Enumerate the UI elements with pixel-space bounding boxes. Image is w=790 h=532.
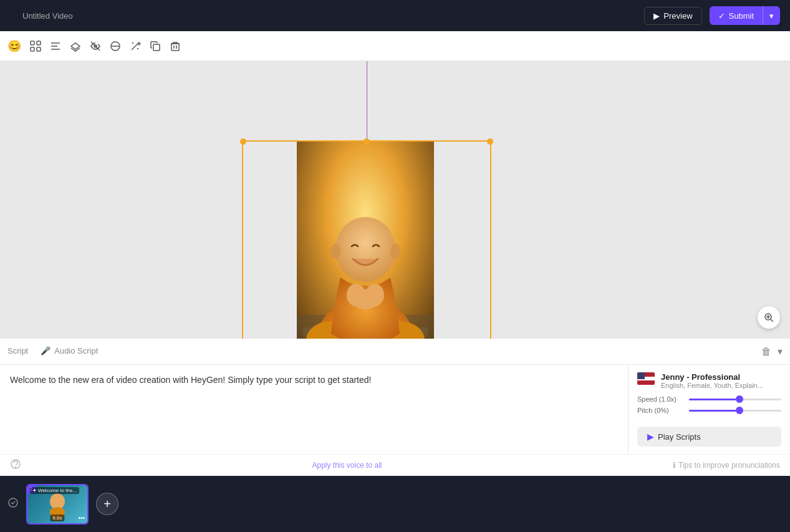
play-icon: ▶ [653,11,660,21]
checkmark-icon: ✓ [718,11,725,21]
pitch-slider[interactable] [689,410,781,412]
add-slide-button[interactable]: + [96,493,118,515]
play-scripts-icon: ▶ [647,432,654,442]
speed-slider-thumb[interactable] [736,395,743,403]
svg-point-38 [16,467,16,468]
mic-icon: 🎤 [41,346,51,355]
svg-rect-3 [37,47,41,51]
tips-text: ℹ Tips to improve pronunciations [673,461,780,470]
svg-rect-2 [31,47,34,51]
speed-control-row: Speed (1.0x) [637,395,781,403]
tab-actions: 🗑 ▾ [761,346,783,357]
toolbar: 😊 [0,31,790,61]
slide-label-text: Welcome to the... [38,488,77,493]
voice-controls: Speed (1.0x) Pitch (0%) [637,395,781,418]
svg-line-9 [132,44,138,50]
voice-description: English, Female, Youth, Explain... [661,382,763,389]
slide-thumb-label: ✦ Welcome to the... [30,487,79,494]
center-guide-line [367,61,367,140]
svg-rect-15 [171,44,179,51]
svg-line-34 [771,319,773,322]
zoom-button[interactable] [758,306,780,329]
svg-rect-14 [153,44,160,51]
welcome-icon: ✦ [32,488,37,493]
avatar-image: HeyGen [297,140,434,339]
pitch-label: Pitch (0%) [637,407,684,414]
align-icon[interactable] [50,41,61,52]
tab-audio-script[interactable]: 🎤 Audio Script [41,346,98,357]
avatar-container[interactable]: HeyGen [297,140,434,339]
submit-chevron-button[interactable]: ▾ [763,7,780,25]
tab-script[interactable]: Script [7,346,28,357]
audio-script-tab-label: Audio Script [54,346,98,355]
script-text-input[interactable]: Welcome to the new era of video creation… [0,365,628,454]
us-flag-icon [637,372,655,385]
script-text: Welcome to the new era of video creation… [10,375,371,385]
script-content: Welcome to the new era of video creation… [0,365,790,454]
svg-point-27 [390,244,400,259]
hide-icon[interactable] [90,41,101,52]
ai-timeline-icon[interactable] [7,497,19,511]
preview-button[interactable]: ▶ Preview [644,7,701,25]
svg-point-25 [335,217,395,282]
handle-tr[interactable] [487,138,493,145]
layers-icon[interactable] [70,41,81,52]
speed-label: Speed (1.0x) [637,395,684,403]
svg-point-29 [347,284,365,306]
info-icon: ℹ [673,461,676,470]
svg-rect-0 [31,41,34,45]
svg-point-26 [330,244,340,259]
pitch-control-row: Pitch (0%) [637,407,781,414]
ai-suggest-icon[interactable] [10,458,21,472]
slide-more-button[interactable]: ••• [78,515,85,521]
play-scripts-label: Play Scripts [658,432,701,442]
pitch-slider-fill [689,410,739,412]
video-title: Untitled Video [22,11,73,21]
submit-button-group: ✓ Submit ▾ [710,6,780,25]
svg-point-30 [365,284,384,306]
voice-panel: Jenny - Professional English, Female, Yo… [628,365,790,454]
speed-slider-fill [689,399,739,400]
play-scripts-button[interactable]: ▶ Play Scripts [637,427,781,447]
speed-slider[interactable] [689,399,781,400]
grid-icon[interactable] [30,41,41,52]
slide-thumbnail[interactable]: 1 ✦ Welcome to the... 6.6s ••• [26,484,89,525]
script-tab-label: Script [7,346,28,355]
delete-script-button[interactable]: 🗑 [761,346,771,357]
magic-icon[interactable] [130,41,141,52]
voice-name: Jenny - Professional [661,372,763,382]
trash-icon[interactable] [170,41,181,52]
main-layout: 😊 [0,31,790,532]
monk-svg [297,140,434,339]
shape-icon[interactable] [110,41,121,52]
timeline: 1 ✦ Welcome to the... 6.6s ••• + [0,476,790,532]
canvas-area[interactable]: HeyGen [0,61,790,339]
copy-icon[interactable] [150,41,161,52]
script-footer: Apply this voice to all ℹ Tips to improv… [0,454,790,476]
voice-details: Jenny - Professional English, Female, Yo… [661,372,763,389]
emoji-icon[interactable]: 😊 [7,39,21,53]
editor-area: 😊 [0,31,790,476]
bottom-panel: Script 🎤 Audio Script 🗑 ▾ Welcome to the… [0,339,790,476]
apply-voice-button[interactable]: Apply this voice to all [312,461,382,470]
voice-info[interactable]: Jenny - Professional English, Female, Yo… [637,372,781,389]
pitch-slider-thumb[interactable] [736,407,743,414]
submit-button[interactable]: ✓ Submit [710,7,763,25]
collapse-script-button[interactable]: ▾ [778,346,783,357]
slide-duration: 6.6s [50,515,64,521]
handle-tl[interactable] [240,138,246,145]
svg-rect-1 [37,41,41,45]
slide-thumb-image: 1 ✦ Welcome to the... 6.6s ••• [27,485,87,523]
script-tabs: Script 🎤 Audio Script 🗑 ▾ [0,339,790,365]
header: Untitled Video ▶ Preview ✓ Submit ▾ [0,0,790,31]
